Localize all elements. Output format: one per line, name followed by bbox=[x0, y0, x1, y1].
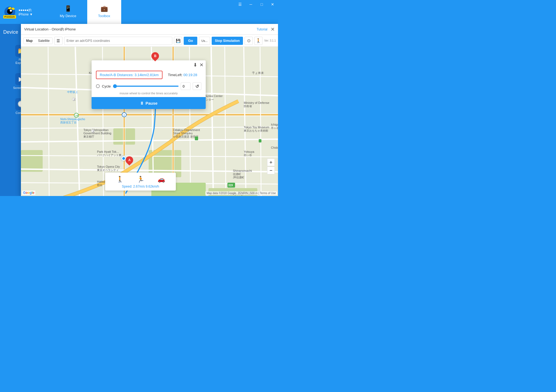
route-distances: Route/A-B Distances: 3.14km/2.81km bbox=[96, 71, 163, 79]
minimize-button[interactable]: ─ bbox=[245, 0, 256, 9]
menu-button[interactable]: ☰ bbox=[235, 0, 245, 9]
time-left: TimeLeft: 00:19:28 bbox=[168, 73, 197, 77]
map-area[interactable]: Kashiwaqi ES IR 太久保 Shin Okubo 干ょ米末 中野坂上… bbox=[21, 47, 278, 196]
svg-text:東京おもちゃ美術館: 東京おもちゃ美術館 bbox=[244, 129, 268, 132]
svg-text:Yotsuya: Yotsuya bbox=[244, 150, 255, 153]
simulation-panel: ⬇ ✕ Route/A-B Distances: 3.14km/2.81km T… bbox=[92, 60, 206, 109]
marker-a-circle: A bbox=[124, 155, 135, 166]
logo-area: Premium ●●●●●的 iPhone ▼ bbox=[0, 0, 43, 24]
speed-modes: 🚶 🏃 🚗 bbox=[110, 175, 171, 184]
virtual-location-dialog: Virtual Location - Orion的 iPhone Tutoria… bbox=[21, 24, 278, 196]
speed-value: 2.67m/s 9.62km/h bbox=[133, 185, 159, 188]
cycle-slider[interactable] bbox=[113, 86, 179, 87]
run-mode[interactable]: 🏃 bbox=[137, 176, 144, 183]
map-zoom: + − bbox=[267, 158, 275, 174]
svg-point-2 bbox=[10, 10, 12, 12]
sidebar-title: Device bbox=[0, 29, 18, 35]
drive-mode[interactable]: 🚗 bbox=[158, 176, 165, 183]
close-button[interactable]: ✕ bbox=[267, 0, 278, 9]
my-device-icon: 📱 bbox=[64, 5, 72, 12]
device-name: ●●●●●的 iPhone ▼ bbox=[18, 8, 40, 16]
device-selector[interactable]: ●●●●●的 iPhone ▼ bbox=[18, 8, 40, 16]
tab-my-device[interactable]: 📱 My Device bbox=[49, 0, 87, 24]
go-button[interactable]: Go bbox=[184, 37, 197, 45]
toolbox-icon: 💼 bbox=[101, 5, 108, 12]
maximize-button[interactable]: □ bbox=[256, 0, 267, 9]
cycle-slider-thumb bbox=[113, 84, 117, 88]
svg-text:Government Building: Government Building bbox=[83, 132, 111, 135]
tutorial-link[interactable]: Tutorial bbox=[257, 27, 267, 31]
top-bar: Premium ●●●●●的 iPhone ▼ 📱 My Device 💼 To… bbox=[0, 0, 278, 24]
mouse-wheel-hint: mouse wheel to control the times accurat… bbox=[92, 91, 206, 97]
pause-label: Pause bbox=[145, 101, 157, 105]
stop-simulation-button[interactable]: Stop Simulation bbox=[212, 37, 243, 45]
zoom-in-button[interactable]: + bbox=[267, 158, 275, 166]
google-logo: Google bbox=[22, 191, 35, 195]
svg-text:パークハイアット東...: パークハイアット東... bbox=[97, 154, 124, 157]
sim-cycle-row: Cycle ↺ bbox=[92, 81, 206, 91]
svg-text:319: 319 bbox=[228, 184, 233, 187]
cycle-count-input[interactable] bbox=[181, 82, 190, 90]
svg-text:東京オペラシティ: 東京オペラシティ bbox=[97, 169, 119, 172]
walk-mode-button[interactable]: 🚶 bbox=[254, 37, 263, 45]
svg-text:Ichigaya: Ichigaya bbox=[271, 123, 278, 126]
marker-b-label: B bbox=[154, 54, 157, 58]
map-toolbar: Map Satellite ☰ 💾 Go Us... Stop Simulati… bbox=[21, 35, 278, 47]
route-list-button[interactable]: ☰ bbox=[54, 37, 63, 45]
svg-text:文: 文 bbox=[92, 130, 95, 133]
svg-text:明治神宮野球場: 明治神宮野球場 bbox=[230, 196, 249, 196]
premium-badge: Premium bbox=[3, 15, 16, 18]
satellite-tab[interactable]: Satellite bbox=[35, 38, 52, 44]
marker-b-circle: B bbox=[150, 51, 161, 61]
svg-text:小田急百貨店 新宿店: 小田急百貨店 新宿店 bbox=[173, 135, 198, 138]
time-left-value: 00:19:28 bbox=[183, 73, 197, 77]
map-attribution: Map data ©2018 Google, ZENRIN | 500 m | … bbox=[205, 191, 277, 195]
dialog-header: Virtual Location - Orion的 iPhone Tutoria… bbox=[21, 24, 278, 35]
svg-text:4: 4 bbox=[123, 114, 125, 116]
tab-toolbox[interactable]: 💼 Toolbox bbox=[87, 0, 121, 24]
screenshot-button[interactable]: ⊙ bbox=[245, 37, 253, 45]
pause-icon: ⏸ bbox=[140, 101, 144, 105]
address-input[interactable] bbox=[64, 37, 172, 45]
current-position bbox=[121, 156, 126, 161]
window-controls: ☰ ─ □ ✕ bbox=[235, 0, 278, 9]
route-distances-label: Route/A-B Distances: bbox=[100, 73, 133, 77]
svg-text:Chido...: Chido... bbox=[271, 146, 278, 149]
svg-text:Park Hyatt Tok...: Park Hyatt Tok... bbox=[97, 150, 119, 153]
svg-text:文: 文 bbox=[73, 98, 76, 101]
zoom-out-button[interactable]: − bbox=[267, 167, 275, 174]
sim-route-info: Route/A-B Distances: 3.14km/2.81km TimeL… bbox=[92, 70, 206, 81]
cycle-label: Cycle bbox=[102, 84, 111, 88]
use-this-button[interactable]: Us... bbox=[199, 37, 210, 45]
save-button[interactable]: 💾 bbox=[174, 37, 182, 45]
svg-text:Odakyu Department: Odakyu Department bbox=[173, 128, 200, 132]
sim-download-button[interactable]: ⬇ bbox=[193, 62, 197, 68]
svg-text:Shinanomachi: Shinanomachi bbox=[233, 169, 252, 172]
route-distances-value: 3.14km/2.81km bbox=[135, 73, 159, 77]
main-content: Device 📁 FileExplorer ▶ Screen Mi... 🕐 C… bbox=[0, 24, 278, 196]
my-device-label: My Device bbox=[60, 14, 76, 18]
nav-tabs: 📱 My Device 💼 Toolbox bbox=[49, 0, 121, 24]
cycle-radio[interactable] bbox=[96, 84, 100, 88]
dialog-title: Virtual Location - Orion的 iPhone bbox=[24, 27, 257, 32]
version-badge: Ver: 3.1.1 bbox=[264, 39, 276, 42]
svg-text:Nishi-Shinjukugocho: Nishi-Shinjukugocho bbox=[60, 118, 85, 121]
pause-button[interactable]: ⏸ Pause bbox=[92, 97, 206, 109]
svg-text:14: 14 bbox=[75, 114, 78, 117]
marker-a-label: A bbox=[128, 158, 131, 162]
dialog-close-button[interactable]: ✕ bbox=[271, 26, 275, 32]
cycle-ab-button[interactable]: ↺ bbox=[193, 82, 201, 90]
speed-text: Speed: 2.67m/s 9.62km/h bbox=[110, 185, 171, 188]
svg-rect-101 bbox=[259, 139, 261, 142]
svg-text:Tokyo Toy Museum: Tokyo Toy Museum bbox=[244, 126, 269, 129]
svg-rect-100 bbox=[195, 136, 198, 140]
marker-a: A bbox=[126, 156, 133, 166]
svg-text:市ヶ谷: 市ヶ谷 bbox=[271, 126, 278, 129]
map-tab[interactable]: Map bbox=[23, 38, 35, 44]
svg-text:信濃町: 信濃町 bbox=[233, 173, 241, 176]
svg-text:中野坂上: 中野坂上 bbox=[67, 91, 78, 94]
svg-text:Tokyo Metropolitan: Tokyo Metropolitan bbox=[83, 128, 108, 132]
walk-mode[interactable]: 🚶 bbox=[116, 176, 124, 183]
sim-panel-header: ⬇ ✕ bbox=[92, 60, 206, 70]
sim-close-button[interactable]: ✕ bbox=[199, 62, 204, 68]
